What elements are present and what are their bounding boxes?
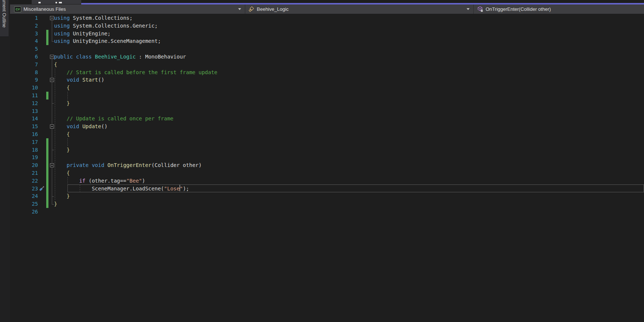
line-number[interactable]: 18 bbox=[20, 146, 38, 154]
code-line[interactable]: 11 bbox=[10, 92, 644, 100]
code-line-text: public class Beehive_Logic : MonoBehavio… bbox=[54, 53, 186, 61]
code-line[interactable]: 1using System.Collections; bbox=[10, 14, 644, 22]
code-line[interactable]: 25} bbox=[10, 200, 644, 208]
code-line[interactable]: 21 { bbox=[10, 169, 644, 177]
change-tracking-bar bbox=[46, 30, 48, 45]
file-tab-remnant[interactable] bbox=[32, 0, 81, 4]
code-line[interactable]: 5 bbox=[10, 45, 644, 53]
csharp-file-icon: C# bbox=[14, 6, 21, 12]
line-number[interactable]: 19 bbox=[20, 154, 38, 161]
indent-guide bbox=[55, 69, 55, 201]
document-outline-label: Document Outline bbox=[1, 0, 7, 28]
code-line[interactable]: 7{ bbox=[10, 61, 644, 69]
code-line[interactable]: 15 void Update() bbox=[10, 123, 644, 130]
code-line[interactable]: 6public class Beehive_Logic : MonoBehavi… bbox=[10, 53, 644, 61]
code-line-text: using System.Collections.Generic; bbox=[54, 22, 158, 30]
fold-collapse-box[interactable] bbox=[50, 163, 54, 167]
code-line[interactable]: 4using UnityEngine.SceneManagement; bbox=[10, 37, 644, 45]
code-line[interactable]: 18 } bbox=[10, 146, 644, 154]
line-number[interactable]: 23 bbox=[20, 185, 38, 193]
change-tracking-bar bbox=[46, 138, 48, 208]
code-line-text: void Update() bbox=[54, 123, 107, 130]
line-number[interactable]: 15 bbox=[20, 123, 38, 130]
navigation-bar: C# Miscellaneous Files Beehive_Logic bbox=[10, 4, 644, 14]
line-number[interactable]: 9 bbox=[20, 76, 38, 84]
line-number[interactable]: 24 bbox=[20, 192, 38, 200]
code-line[interactable]: 26 bbox=[10, 208, 644, 216]
fold-region-end bbox=[52, 103, 54, 104]
class-dropdown[interactable]: Beehive_Logic bbox=[245, 4, 473, 14]
code-line[interactable]: 2using System.Collections.Generic; bbox=[10, 22, 644, 30]
code-line[interactable]: 22 if (other.tag=="Bee") bbox=[10, 177, 644, 185]
line-number[interactable]: 17 bbox=[20, 138, 38, 146]
line-number[interactable]: 22 bbox=[20, 177, 38, 185]
line-number[interactable]: 16 bbox=[20, 130, 38, 138]
line-number[interactable]: 11 bbox=[20, 92, 38, 100]
fold-region-end bbox=[52, 150, 54, 150]
line-number[interactable]: 2 bbox=[20, 22, 38, 30]
fold-region-guide bbox=[52, 82, 52, 103]
code-line-text: using UnityEngine; bbox=[54, 30, 111, 38]
code-line-text: { bbox=[54, 130, 70, 138]
code-line-text: using UnityEngine.SceneManagement; bbox=[54, 37, 161, 45]
code-line[interactable]: 19 bbox=[10, 154, 644, 161]
class-icon bbox=[249, 6, 255, 12]
project-dropdown-label: Miscellaneous Files bbox=[23, 6, 66, 12]
line-number[interactable]: 21 bbox=[20, 169, 38, 177]
line-number[interactable]: 25 bbox=[20, 200, 38, 208]
fold-region-guide bbox=[52, 129, 52, 150]
code-line-text: } bbox=[54, 192, 70, 200]
line-number[interactable]: 4 bbox=[20, 37, 38, 45]
line-number[interactable]: 3 bbox=[20, 30, 38, 38]
code-line[interactable]: 8 // Start is called before the first fr… bbox=[10, 69, 644, 76]
fold-collapse-box[interactable] bbox=[50, 55, 54, 59]
tab-text-fragment bbox=[38, 2, 41, 3]
code-line-text: } bbox=[54, 200, 57, 208]
line-number[interactable]: 13 bbox=[20, 107, 38, 115]
tab-text-fragment bbox=[59, 2, 62, 3]
chevron-down-icon[interactable] bbox=[467, 8, 470, 10]
code-line[interactable]: 13 bbox=[10, 107, 644, 115]
code-line-text: using System.Collections; bbox=[54, 14, 133, 22]
line-number[interactable]: 1 bbox=[20, 14, 38, 22]
code-line-text: // Start is called before the first fram… bbox=[54, 69, 217, 76]
chevron-down-icon[interactable] bbox=[238, 8, 241, 10]
code-line[interactable]: 9 void Start() bbox=[10, 76, 644, 84]
project-dropdown[interactable]: C# Miscellaneous Files bbox=[10, 4, 245, 14]
code-editor[interactable]: 1using System.Collections;2using System.… bbox=[10, 14, 644, 322]
code-line[interactable]: 3using UnityEngine; bbox=[10, 30, 644, 38]
code-line-text: { bbox=[54, 61, 57, 69]
current-line-highlight bbox=[67, 184, 644, 192]
code-line[interactable]: 24 } bbox=[10, 192, 644, 200]
fold-collapse-box[interactable] bbox=[50, 16, 54, 20]
fold-region-end bbox=[52, 41, 54, 42]
member-dropdown[interactable]: OnTriggerEnter(Collider other) bbox=[474, 4, 644, 14]
line-number[interactable]: 14 bbox=[20, 115, 38, 123]
member-dropdown-label: OnTriggerEnter(Collider other) bbox=[486, 6, 551, 12]
line-number[interactable]: 12 bbox=[20, 100, 38, 107]
code-line[interactable]: 16 { bbox=[10, 130, 644, 138]
code-line-text: { bbox=[54, 84, 70, 92]
fold-collapse-box[interactable] bbox=[50, 78, 54, 82]
code-line-text: // Update is called once per frame bbox=[54, 115, 173, 123]
line-number[interactable]: 20 bbox=[20, 161, 38, 169]
line-number[interactable]: 26 bbox=[20, 208, 38, 216]
code-line-text: } bbox=[54, 146, 70, 154]
line-number[interactable]: 8 bbox=[20, 69, 38, 76]
method-private-icon bbox=[477, 6, 483, 12]
code-line[interactable]: 14 // Update is called once per frame bbox=[10, 115, 644, 123]
line-number[interactable]: 6 bbox=[20, 53, 38, 61]
code-line[interactable]: 20 private void OnTriggerEnter(Collider … bbox=[10, 161, 644, 169]
code-line-text: } bbox=[54, 100, 70, 107]
line-number[interactable]: 10 bbox=[20, 84, 38, 92]
quick-actions-screwdriver-icon[interactable] bbox=[38, 185, 45, 193]
line-number[interactable]: 5 bbox=[20, 45, 38, 53]
line-number[interactable]: 7 bbox=[20, 61, 38, 69]
code-line[interactable]: 17 bbox=[10, 138, 644, 146]
code-line[interactable]: 10 { bbox=[10, 84, 644, 92]
code-line[interactable]: 12 } bbox=[10, 100, 644, 107]
document-outline-tab[interactable]: Document Outline bbox=[0, 0, 9, 37]
tool-window-strip: Document Outline bbox=[0, 0, 10, 322]
indent-guide bbox=[67, 177, 68, 193]
fold-collapse-box[interactable] bbox=[50, 124, 54, 129]
